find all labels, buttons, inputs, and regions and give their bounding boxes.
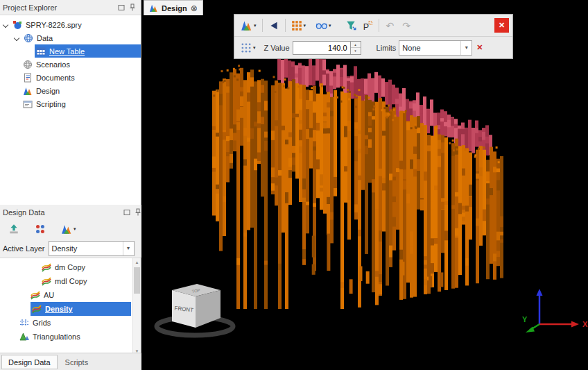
filter-button[interactable] <box>343 17 359 35</box>
float-window-button[interactable] <box>121 207 132 218</box>
layer-item-label: AU <box>44 291 54 299</box>
z-value-input[interactable] <box>293 41 351 55</box>
view-options-button[interactable]: ▾ <box>313 17 334 35</box>
layer-item-mdl-copy[interactable]: mdl Copy <box>0 274 141 288</box>
filter-icon <box>345 20 356 31</box>
pin-button[interactable] <box>127 2 138 13</box>
tab-design-data[interactable]: Design Data <box>1 355 58 369</box>
tree-item-documents[interactable]: Documents <box>0 71 141 84</box>
point-display-button[interactable]: ▾ <box>238 39 259 57</box>
layer-item-label: Density <box>45 305 73 313</box>
layer-item-triangulations[interactable]: Triangulations <box>0 330 141 344</box>
active-layer-value: Density <box>49 244 123 253</box>
scenarios-icon <box>23 60 33 69</box>
design-data-header: Design Data <box>0 205 146 219</box>
expander-chevron-icon[interactable] <box>3 22 8 27</box>
limits-value: None <box>399 44 460 52</box>
viewport-canvas[interactable]: FRONT TOP X Y <box>141 14 588 370</box>
orange-grid-icon <box>291 20 302 31</box>
separator <box>379 19 379 32</box>
undo-icon: ↶ <box>386 20 395 31</box>
spry-project-icon <box>12 20 22 30</box>
tree-item-data[interactable]: Data <box>0 31 141 44</box>
design-icon <box>149 3 158 12</box>
layer-item-dm-copy[interactable]: dm Copy <box>0 260 141 274</box>
layer-item-density[interactable]: Density <box>0 302 141 316</box>
list-scrollbar[interactable]: ▲ ▼ <box>132 258 141 355</box>
active-layer-label: Active Layer <box>3 244 45 253</box>
scrollbar-thumb[interactable] <box>134 267 140 294</box>
bottom-tab-bar: Design Data Scripts <box>0 353 142 370</box>
select-tool-button[interactable] <box>266 17 282 35</box>
glasses-icon <box>315 19 327 31</box>
cube-right-face[interactable] <box>196 290 220 328</box>
design-mode-button[interactable]: ▾ <box>238 17 259 35</box>
close-toolbar-button[interactable]: ✕ <box>494 18 509 33</box>
layer-item-au[interactable]: AU <box>0 288 141 302</box>
layer-item-label: Triangulations <box>33 333 80 341</box>
tree-item-scenarios[interactable]: Scenarios <box>0 58 141 71</box>
clear-limits-button[interactable]: ✕ <box>476 43 483 52</box>
separator <box>285 19 286 32</box>
scroll-up-button[interactable]: ▲ <box>133 258 141 267</box>
triangulations-icon <box>19 332 29 342</box>
separator <box>262 19 263 32</box>
layer-item-grids[interactable]: Grids <box>0 316 141 330</box>
view-cube[interactable]: FRONT TOP <box>157 284 233 335</box>
import-layer-button[interactable] <box>6 220 22 238</box>
toolbar-row-main: ▾ ▾ ▾ ↶ ↷ ✕ <box>234 15 512 37</box>
layer-strings-icon <box>42 276 51 286</box>
data-sphere-icon <box>24 33 33 43</box>
float-window-button[interactable] <box>116 2 127 13</box>
redo-button[interactable]: ↷ <box>398 20 415 31</box>
design-icon <box>241 19 252 31</box>
limits-select[interactable]: None ▾ <box>399 40 472 56</box>
z-value-field: ▴ ▾ <box>293 41 361 55</box>
axis-triad: X Y <box>522 289 588 333</box>
tree-item-scripting[interactable]: Scripting <box>0 97 141 110</box>
design-data-toolbar: ▾ <box>0 219 146 239</box>
table-icon <box>36 47 46 56</box>
tree-item-label: Documents <box>36 74 75 82</box>
active-layer-select[interactable]: Density ▾ <box>49 241 135 256</box>
display-settings-button[interactable] <box>32 220 49 238</box>
selected-highlight: Density <box>31 302 131 316</box>
tab-scripts[interactable]: Scripts <box>59 355 95 369</box>
layer-item-label: dm Copy <box>55 263 85 271</box>
tab-close-icon[interactable]: ⊗ <box>191 4 198 12</box>
float-icon <box>117 3 126 12</box>
project-explorer-title: Project Explorer <box>3 3 116 12</box>
tree-item-new-table[interactable]: New Table <box>0 44 141 58</box>
layer-item-label: mdl Copy <box>55 277 87 285</box>
p-label-icon <box>362 20 373 31</box>
spin-down-button[interactable]: ▾ <box>351 48 361 54</box>
close-icon: ✕ <box>499 21 505 30</box>
undo-button[interactable]: ↶ <box>382 20 399 31</box>
chevron-down-icon: ▾ <box>254 23 257 28</box>
design-data-list: dm Copy mdl Copy AU Density Grids Triang… <box>0 258 141 356</box>
tree-item-project[interactable]: SPRY-8226.spry <box>0 18 141 31</box>
design-icon <box>23 86 33 96</box>
layer-item-label: Grids <box>33 319 51 327</box>
tree-item-label: Design <box>36 87 60 95</box>
spin-up-button[interactable]: ▴ <box>351 42 361 49</box>
tree-item-design[interactable]: Design <box>0 84 141 97</box>
chevron-down-icon: ▾ <box>123 242 134 255</box>
project-tree: SPRY-8226.spry Data New Table Scenarios … <box>0 15 141 208</box>
point-label-button[interactable] <box>359 17 376 35</box>
block-display-button[interactable]: ▾ <box>288 17 309 35</box>
expander-chevron-icon[interactable] <box>14 35 19 40</box>
design-tools-button[interactable]: ▾ <box>58 220 79 238</box>
close-icon: ✕ <box>476 43 483 51</box>
left-dock: Project Explorer SPRY-8226.spry Data New… <box>0 0 141 370</box>
select-arrow-icon <box>268 20 279 31</box>
x-axis-arrowhead <box>571 321 579 328</box>
block-model <box>212 55 503 309</box>
colored-dots-icon <box>35 224 46 235</box>
z-axis-arrowhead <box>537 289 543 296</box>
active-layer-row: Active Layer Density ▾ <box>0 239 144 258</box>
viewport: FRONT TOP X Y Design ⊗ ▾ <box>141 0 588 370</box>
layer-strings-icon <box>31 290 40 300</box>
scripting-icon <box>23 99 33 109</box>
tab-design[interactable]: Design ⊗ <box>144 0 203 15</box>
